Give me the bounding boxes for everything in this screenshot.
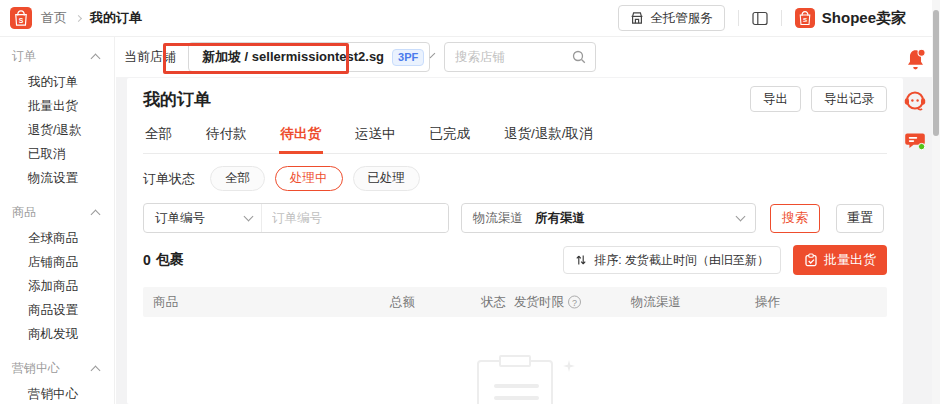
sparkle-icon — [563, 360, 575, 375]
empty-orders-zone — [143, 317, 887, 404]
logistics-channel-select[interactable]: 物流渠道 所有渠道 — [461, 203, 756, 233]
sidebar-section-products: 商品 全球商品 店铺商品 添加商品 商品设置 商机发现 — [0, 199, 114, 346]
sidebar-section-orders: 订单 我的订单 批量出货 退货/退款 已取消 物流设置 — [0, 43, 114, 190]
empty-clipboard-illustration — [477, 360, 553, 404]
sidebar-section-header-marketing[interactable]: 营销中心 — [0, 355, 114, 382]
clipboard-line — [494, 396, 539, 400]
page: S 首页 我的订单 全托管服务 S Shopee卖家 — [0, 0, 940, 404]
topbar: S 首页 我的订单 全托管服务 S Shopee卖家 — [0, 0, 940, 37]
sidebar-section-header-orders[interactable]: 订单 — [0, 43, 114, 70]
package-count-unit: 包裹 — [156, 251, 184, 269]
chevron-down-icon — [430, 53, 436, 59]
tab-to-ship[interactable]: 待出货 — [279, 117, 324, 154]
sidebar-item-cancelled[interactable]: 已取消 — [0, 142, 114, 166]
chat-icon[interactable] — [904, 130, 926, 152]
sidebar-item-opportunity-discovery[interactable]: 商机发现 — [0, 322, 114, 346]
page-title: 我的订单 — [143, 88, 211, 111]
store-search-input[interactable] — [455, 50, 572, 64]
sidebar: 订单 我的订单 批量出货 退货/退款 已取消 物流设置 商品 全球商品 店铺商品… — [0, 37, 115, 404]
orders-table-header: 商品 总额 状态 发货时限 物流渠道 操作 — [143, 287, 887, 317]
sidebar-item-my-orders[interactable]: 我的订单 — [0, 70, 114, 94]
col-product: 商品 — [153, 294, 178, 311]
order-status-row: 订单状态 全部 处理中 已处理 — [143, 166, 887, 191]
search-field-value: 订单编号 — [155, 210, 205, 227]
chevron-down-icon — [736, 212, 746, 222]
order-number-input[interactable] — [262, 204, 448, 232]
topbar-divider — [738, 10, 739, 26]
main-area: 当前店铺 新加坡 / sellermissiontest2.sg 3PF 我的订… — [116, 37, 932, 404]
sort-label: 排序: 发货截止时间（由旧至新） — [594, 252, 769, 269]
col-status: 状态 — [481, 294, 506, 311]
sidebar-item-add-product[interactable]: 添加商品 — [0, 274, 114, 298]
export-group: 导出 导出记录 — [750, 86, 887, 112]
package-count-value: 0 — [143, 252, 151, 268]
store-select[interactable]: 新加坡 / sellermissiontest2.sg 3PF — [188, 42, 430, 72]
headset-icon[interactable] — [903, 89, 927, 113]
col-channel: 物流渠道 — [631, 294, 681, 311]
tab-shipping[interactable]: 运送中 — [353, 117, 398, 153]
sidebar-section-label: 商品 — [12, 204, 36, 221]
svg-text:S: S — [19, 17, 24, 24]
floating-toolbar — [902, 47, 928, 152]
bell-icon[interactable] — [903, 47, 928, 72]
tab-all[interactable]: 全部 — [143, 117, 174, 153]
clipboard-line — [494, 384, 539, 388]
status-pill-processing[interactable]: 处理中 — [275, 166, 343, 191]
breadcrumb-current: 我的订单 — [90, 9, 142, 27]
fully-managed-label: 全托管服务 — [650, 10, 713, 27]
breadcrumb: S 首页 我的订单 — [10, 7, 142, 29]
export-button[interactable]: 导出 — [750, 86, 801, 112]
scrollbar-thumb[interactable] — [933, 10, 939, 136]
sidebar-section-header-products[interactable]: 商品 — [0, 199, 114, 226]
sidebar-section-marketing: 营销中心 营销中心 Shopee广告 折扣活动 店内秒杀 优惠券 — [0, 355, 114, 404]
sidebar-section-label: 订单 — [12, 48, 36, 65]
sidebar-item-logistics-settings[interactable]: 物流设置 — [0, 166, 114, 190]
content-area: 我的订单 导出 导出记录 全部 待付款 待出货 运送中 已完成 退货/退款/取消… — [116, 77, 932, 404]
card-header: 我的订单 导出 导出记录 — [143, 86, 887, 112]
fully-managed-button[interactable]: 全托管服务 — [618, 5, 725, 31]
sidebar-item-global-products[interactable]: 全球商品 — [0, 226, 114, 250]
sidebar-item-shop-products[interactable]: 店铺商品 — [0, 250, 114, 274]
bulk-ship-button[interactable]: 批量出货 — [793, 245, 887, 275]
order-status-label: 订单状态 — [143, 170, 195, 188]
export-history-button[interactable]: 导出记录 — [811, 86, 887, 112]
current-store-label: 当前店铺 — [124, 48, 176, 66]
brand: S Shopee卖家 — [795, 8, 906, 28]
order-tabs: 全部 待付款 待出货 运送中 已完成 退货/退款/取消 — [143, 117, 887, 154]
sidebar-item-product-settings[interactable]: 商品设置 — [0, 298, 114, 322]
sidebar-item-returns-refunds[interactable]: 退货/退款 — [0, 118, 114, 142]
sort-selector[interactable]: 排序: 发货截止时间（由旧至新） — [563, 246, 781, 274]
orders-card: 我的订单 导出 导出记录 全部 待付款 待出货 运送中 已完成 退货/退款/取消… — [127, 78, 903, 404]
search-field-select[interactable]: 订单编号 — [144, 204, 262, 232]
tab-return-refund-cancel[interactable]: 退货/退款/取消 — [502, 117, 595, 153]
col-ship-deadline: 发货时限 — [514, 294, 581, 311]
reset-button[interactable]: 重置 — [836, 204, 884, 233]
count-row: 0 包裹 排序: 发货截止时间（由旧至新） 批量出货 — [143, 245, 887, 275]
bulk-ship-label: 批量出货 — [824, 251, 876, 269]
layout-toggle-icon[interactable] — [752, 11, 768, 26]
col-ship-deadline-label: 发货时限 — [514, 294, 564, 311]
sidebar-item-marketing-center[interactable]: 营销中心 — [0, 382, 114, 404]
sort-icon — [575, 254, 587, 266]
breadcrumb-home[interactable]: 首页 — [41, 9, 67, 27]
order-number-filter: 订单编号 — [143, 203, 449, 233]
tab-unpaid[interactable]: 待付款 — [204, 117, 249, 153]
topbar-actions: 全托管服务 S Shopee卖家 — [618, 5, 906, 31]
col-total: 总额 — [390, 294, 415, 311]
status-pill-processed[interactable]: 已处理 — [353, 166, 421, 191]
search-icon — [572, 50, 586, 64]
fully-managed-shop-icon — [630, 11, 644, 25]
sidebar-section-label: 营销中心 — [12, 360, 60, 377]
chevron-up-icon — [91, 365, 101, 375]
store-search — [444, 42, 596, 72]
search-button[interactable]: 搜索 — [770, 204, 820, 233]
chevron-up-icon — [91, 53, 101, 63]
help-icon[interactable] — [568, 296, 581, 309]
status-pill-all[interactable]: 全部 — [210, 166, 265, 191]
page-scrollbar — [932, 0, 940, 404]
chevron-down-icon — [244, 212, 254, 222]
store-badge: 3PF — [392, 49, 424, 66]
col-actions: 操作 — [755, 294, 780, 311]
sidebar-item-bulk-ship[interactable]: 批量出货 — [0, 94, 114, 118]
tab-completed[interactable]: 已完成 — [428, 117, 473, 153]
